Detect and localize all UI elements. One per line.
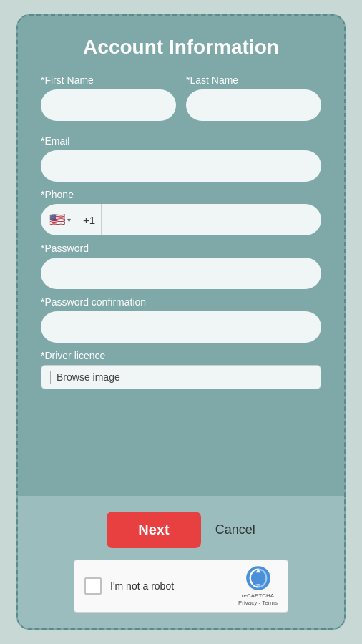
password-label: *Password xyxy=(41,243,321,254)
email-group: *Email xyxy=(41,135,321,182)
last-name-group: *Last Name xyxy=(186,74,321,121)
recaptcha-logo-icon xyxy=(245,565,271,591)
password-confirm-group: *Password confirmation xyxy=(41,296,321,343)
next-button[interactable]: Next xyxy=(107,512,200,548)
driver-licence-group: *Driver licence Browse image xyxy=(41,350,321,389)
last-name-label: *Last Name xyxy=(186,74,321,86)
chevron-down-icon: ▾ xyxy=(67,216,71,224)
browse-image-label: Browse image xyxy=(57,371,120,383)
form-section: *First Name *Last Name *Email *Phone 🇺🇸 … xyxy=(41,74,321,489)
password-confirm-label: *Password confirmation xyxy=(41,296,321,308)
phone-input[interactable] xyxy=(102,204,321,235)
email-input[interactable] xyxy=(41,150,321,182)
password-input[interactable] xyxy=(41,258,321,289)
recaptcha-text: I'm not a robot xyxy=(110,580,174,592)
browse-divider xyxy=(50,371,51,384)
password-confirm-input[interactable] xyxy=(41,311,321,343)
recaptcha-checkbox[interactable] xyxy=(84,577,102,595)
recaptcha-box: I'm not a robot reCAPTCHA Privacy - Term… xyxy=(74,560,288,613)
action-row: Next Cancel xyxy=(107,512,255,548)
driver-licence-label: *Driver licence xyxy=(41,350,321,361)
phone-flag-selector[interactable]: 🇺🇸 ▾ xyxy=(41,204,77,235)
recaptcha-left: I'm not a robot xyxy=(84,577,174,595)
password-group: *Password xyxy=(41,243,321,289)
first-name-label: *First Name xyxy=(41,74,176,86)
account-info-card: Account Information *First Name *Last Na… xyxy=(16,14,346,630)
phone-label: *Phone xyxy=(41,189,321,200)
browse-image-button[interactable]: Browse image xyxy=(41,365,321,389)
last-name-input[interactable] xyxy=(186,89,321,121)
name-row: *First Name *Last Name xyxy=(41,74,321,128)
email-label: *Email xyxy=(41,135,321,147)
recaptcha-right: reCAPTCHA Privacy - Terms xyxy=(238,565,278,608)
first-name-group: *First Name xyxy=(41,74,176,121)
first-name-input[interactable] xyxy=(41,89,176,121)
recaptcha-brand: reCAPTCHA Privacy - Terms xyxy=(238,592,278,608)
phone-wrapper: 🇺🇸 ▾ +1 xyxy=(41,204,321,235)
page-title: Account Information xyxy=(41,36,321,59)
phone-prefix: +1 xyxy=(77,204,102,235)
us-flag-icon: 🇺🇸 xyxy=(49,212,65,228)
bottom-section: Next Cancel I'm not a robot reCAPTCHA xyxy=(18,496,344,628)
phone-group: *Phone 🇺🇸 ▾ +1 xyxy=(41,189,321,235)
cancel-button[interactable]: Cancel xyxy=(215,522,255,537)
